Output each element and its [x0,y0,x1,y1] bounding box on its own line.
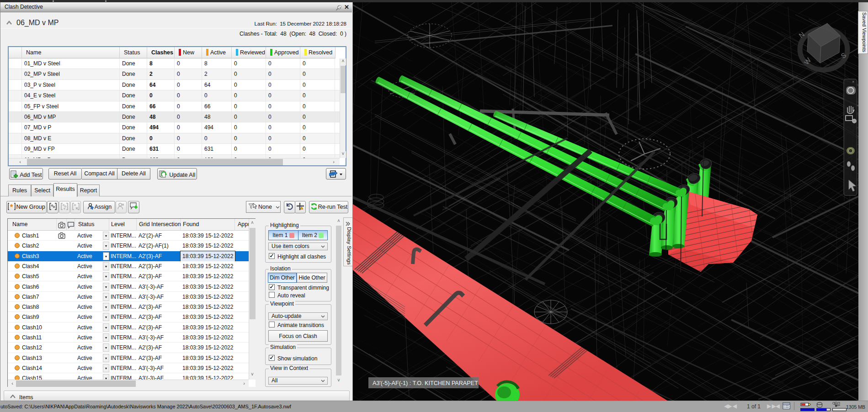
svg-text:×: × [852,79,854,84]
svg-text:A3'(-5)-AF(-1) : T.O. KITCHEN: A3'(-5)-AF(-1) : T.O. KITCHEN PARAPET [373,380,478,386]
